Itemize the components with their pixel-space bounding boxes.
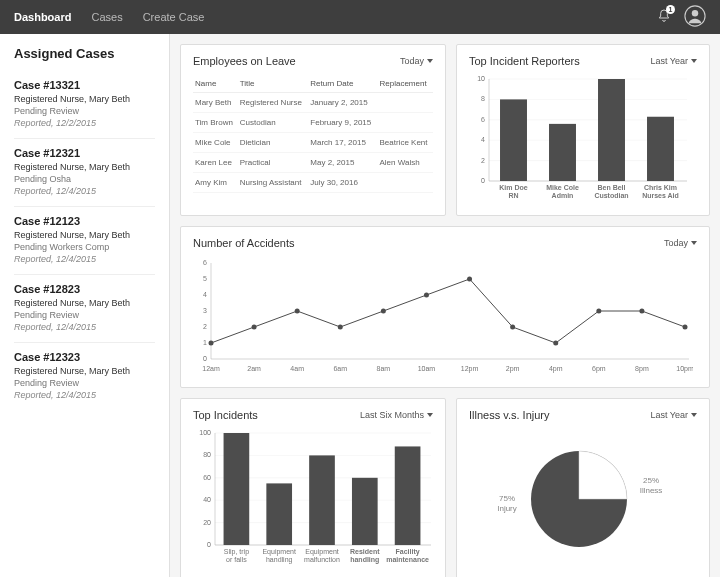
svg-text:0: 0 <box>207 541 211 548</box>
cell: January 2, 2015 <box>308 93 377 113</box>
dropdown-illness[interactable]: Last Year <box>650 410 697 420</box>
topbar: Dashboard Cases Create Case 1 <box>0 0 720 34</box>
nav-dashboard[interactable]: Dashboard <box>14 11 71 23</box>
user-icon <box>684 5 706 27</box>
svg-text:Slip, trip: Slip, trip <box>224 548 249 556</box>
nav: Dashboard Cases Create Case <box>14 11 204 23</box>
chevron-down-icon <box>427 59 433 63</box>
svg-point-38 <box>252 325 257 330</box>
svg-text:Custodian: Custodian <box>594 192 628 199</box>
cell: Dietician <box>238 133 309 153</box>
svg-text:Facility: Facility <box>396 548 420 556</box>
cell: February 9, 2015 <box>308 113 377 133</box>
svg-text:25%: 25% <box>643 476 659 485</box>
table-row: Karen LeePracticalMay 2, 2015Alen Walsh <box>193 153 433 173</box>
svg-text:4: 4 <box>203 291 207 298</box>
svg-text:2pm: 2pm <box>506 365 520 373</box>
user-avatar[interactable] <box>684 5 706 29</box>
cell: Beatrice Kent <box>378 133 434 153</box>
dropdown-leave[interactable]: Today <box>400 56 433 66</box>
svg-text:75%: 75% <box>499 494 515 503</box>
case-item[interactable]: Case #13321 Registered Nurse, Mary Beth … <box>14 71 155 138</box>
svg-point-41 <box>381 309 386 314</box>
case-status: Pending Review <box>14 310 155 320</box>
cell <box>378 173 434 193</box>
cell: Alen Walsh <box>378 153 434 173</box>
svg-text:0: 0 <box>481 177 485 184</box>
svg-text:6am: 6am <box>333 365 347 372</box>
table-row: Tim BrownCustodianFebruary 9, 2015 <box>193 113 433 133</box>
svg-text:8: 8 <box>481 95 485 102</box>
svg-text:10pm: 10pm <box>676 365 693 373</box>
card-title: Illness v.s. Injury <box>469 409 550 421</box>
svg-point-37 <box>209 341 214 346</box>
svg-rect-19 <box>549 124 576 181</box>
svg-text:10: 10 <box>477 75 485 82</box>
table-row: Mary BethRegistered NurseJanuary 2, 2015 <box>193 93 433 113</box>
svg-point-43 <box>467 277 472 282</box>
case-reported: Reported, 12/4/2015 <box>14 390 155 400</box>
case-item[interactable]: Case #12823 Registered Nurse, Mary Beth … <box>14 274 155 342</box>
dropdown-accidents[interactable]: Today <box>664 238 697 248</box>
nav-create-case[interactable]: Create Case <box>143 11 205 23</box>
svg-point-47 <box>639 309 644 314</box>
svg-text:40: 40 <box>203 496 211 503</box>
col-header: Title <box>238 75 309 93</box>
chevron-down-icon <box>691 413 697 417</box>
svg-text:0: 0 <box>203 355 207 362</box>
svg-point-40 <box>338 325 343 330</box>
svg-text:10am: 10am <box>418 365 436 372</box>
table-row: Mike ColeDieticianMarch 17, 2015Beatrice… <box>193 133 433 153</box>
cell: Amy Kim <box>193 173 238 193</box>
case-number: Case #12323 <box>14 351 155 363</box>
col-header: Return Date <box>308 75 377 93</box>
svg-text:4pm: 4pm <box>549 365 563 373</box>
notifications-button[interactable]: 1 <box>656 8 672 26</box>
cell: May 2, 2015 <box>308 153 377 173</box>
svg-text:Ben Bell: Ben Bell <box>597 184 625 191</box>
svg-text:maintenance: maintenance <box>386 556 429 563</box>
svg-text:12pm: 12pm <box>461 365 479 373</box>
card-top-reporters: Top Incident Reporters Last Year 0246810… <box>456 44 710 216</box>
svg-point-45 <box>553 341 558 346</box>
case-item[interactable]: Case #12321 Registered Nurse, Mary Beth … <box>14 138 155 206</box>
cell: Mike Cole <box>193 133 238 153</box>
card-title: Number of Accidents <box>193 237 295 249</box>
svg-text:4: 4 <box>481 136 485 143</box>
svg-text:8am: 8am <box>377 365 391 372</box>
svg-rect-25 <box>647 117 674 181</box>
cell: Custodian <box>238 113 309 133</box>
svg-text:2am: 2am <box>247 365 261 372</box>
leave-table: NameTitleReturn DateReplacement Mary Bet… <box>193 75 433 193</box>
svg-point-46 <box>596 309 601 314</box>
case-reported: Reported, 12/4/2015 <box>14 186 155 196</box>
notification-badge: 1 <box>666 5 675 14</box>
cell: July 30, 2016 <box>308 173 377 193</box>
nav-cases[interactable]: Cases <box>91 11 122 23</box>
illness-chart: 75%Injury25%Illness <box>469 429 689 569</box>
svg-rect-87 <box>395 446 421 545</box>
col-header: Name <box>193 75 238 93</box>
svg-text:3: 3 <box>203 307 207 314</box>
case-item[interactable]: Case #12123 Registered Nurse, Mary Beth … <box>14 206 155 274</box>
svg-text:malfunction: malfunction <box>304 556 340 563</box>
cell: Karen Lee <box>193 153 238 173</box>
svg-text:2: 2 <box>203 323 207 330</box>
svg-text:Chris Kim: Chris Kim <box>644 184 677 191</box>
svg-text:handling: handling <box>350 556 379 564</box>
accidents-chart: 012345612am2am4am6am8am10am12pm2pm4pm6pm… <box>193 257 693 377</box>
case-reported: Reported, 12/4/2015 <box>14 254 155 264</box>
case-number: Case #12123 <box>14 215 155 227</box>
svg-text:Kim Doe: Kim Doe <box>499 184 528 191</box>
dropdown-incidents[interactable]: Last Six Months <box>360 410 433 420</box>
svg-text:Injury: Injury <box>497 504 517 513</box>
reporters-chart: 0246810Kim DoeRNMike ColeAdminBen BellCu… <box>469 75 689 205</box>
chevron-down-icon <box>691 241 697 245</box>
svg-text:Admin: Admin <box>552 192 574 199</box>
dropdown-reporters[interactable]: Last Year <box>650 56 697 66</box>
svg-text:5: 5 <box>203 275 207 282</box>
case-role: Registered Nurse, Mary Beth <box>14 230 155 240</box>
case-role: Registered Nurse, Mary Beth <box>14 298 155 308</box>
cell: March 17, 2015 <box>308 133 377 153</box>
case-item[interactable]: Case #12323 Registered Nurse, Mary Beth … <box>14 342 155 410</box>
